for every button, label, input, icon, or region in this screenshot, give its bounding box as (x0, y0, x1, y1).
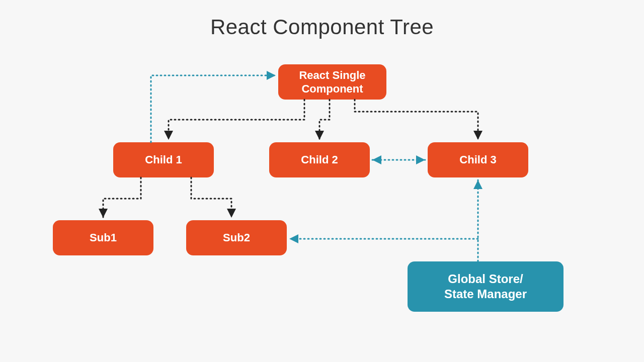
node-sub1-label: Sub1 (90, 231, 117, 245)
node-child1: Child 1 (113, 142, 214, 177)
node-root: React Single Component (278, 64, 386, 100)
edge-child1-sub1 (103, 177, 141, 218)
edge-root-child2 (319, 100, 330, 140)
edge-child1-sub2 (191, 177, 231, 218)
node-store: Global Store/ State Manager (408, 261, 564, 312)
node-sub2: Sub2 (186, 220, 287, 255)
edge-root-child3 (355, 100, 478, 140)
node-child1-label: Child 1 (145, 153, 182, 167)
node-sub1: Sub1 (53, 220, 153, 255)
node-child2-label: Child 2 (301, 153, 338, 167)
node-child3: Child 3 (428, 142, 528, 177)
diagram-title: React Component Tree (0, 15, 644, 39)
node-root-label: React Single Component (283, 68, 381, 96)
node-child3-label: Child 3 (459, 153, 496, 167)
edge-child1-root-loop (151, 75, 276, 142)
node-child2: Child 2 (269, 142, 370, 177)
edge-root-child1 (169, 100, 304, 140)
node-sub2-label: Sub2 (223, 231, 250, 245)
node-store-label: Global Store/ State Manager (444, 272, 527, 302)
